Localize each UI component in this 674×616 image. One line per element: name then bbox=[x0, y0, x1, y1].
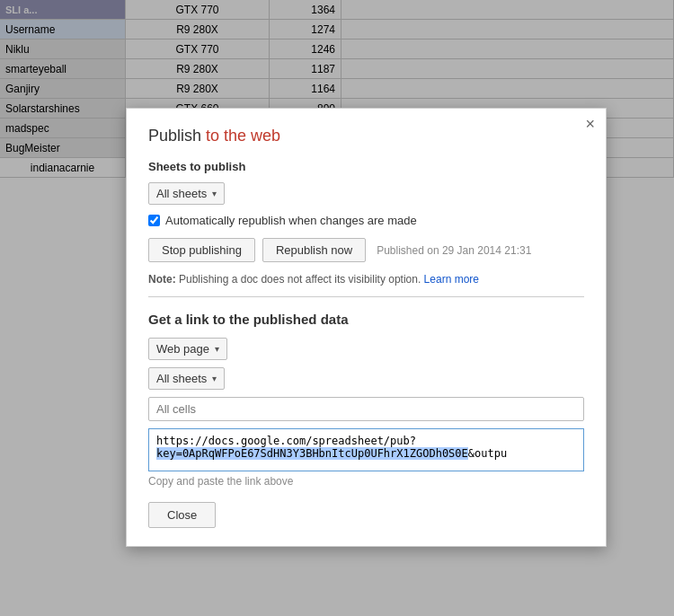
modal-title: Publish to the web bbox=[148, 127, 584, 145]
modal-title-before: Publish bbox=[148, 127, 206, 145]
learn-more-link[interactable]: Learn more bbox=[424, 273, 479, 286]
url-plain-end: &outpu bbox=[468, 447, 507, 460]
sheets-dropdown-arrow: ▾ bbox=[212, 189, 217, 198]
note-text: Note: Publishing a doc does not affect i… bbox=[148, 273, 584, 286]
note-bold: Note: bbox=[148, 273, 176, 286]
sheets-label: Sheets to publish bbox=[148, 160, 584, 173]
sheets-dropdown2[interactable]: All sheets ▾ bbox=[148, 367, 225, 390]
link-section-title: Get a link to the published data bbox=[148, 312, 584, 327]
url-highlighted: key=0ApRqWFPoE67SdHN3Y3BHbnItcUp0UFhrX1Z… bbox=[156, 447, 468, 460]
auto-republish-label: Automatically republish when changes are… bbox=[165, 214, 417, 227]
note-body: Publishing a doc does not affect its vis… bbox=[176, 273, 424, 286]
url-display-box[interactable]: https://docs.google.com/spreadsheet/pub?… bbox=[148, 428, 584, 471]
modal-close-button[interactable]: × bbox=[585, 116, 595, 132]
sheets-dropdown2-row: All sheets ▾ bbox=[148, 367, 584, 390]
publish-modal: × Publish to the web Sheets to publish A… bbox=[126, 108, 607, 547]
auto-republish-row: Automatically republish when changes are… bbox=[148, 214, 584, 227]
published-status: Published on 29 Jan 2014 21:31 bbox=[377, 244, 531, 257]
auto-republish-checkbox[interactable] bbox=[148, 215, 160, 226]
republish-now-button[interactable]: Republish now bbox=[262, 238, 366, 262]
format-row: Web page ▾ bbox=[148, 338, 584, 360]
modal-title-highlight: to the web bbox=[206, 127, 280, 145]
url-plain-start: https://docs.google.com/spreadsheet/pub? bbox=[156, 435, 416, 447]
sheets-dropdown[interactable]: All sheets ▾ bbox=[148, 182, 225, 205]
stop-publishing-button[interactable]: Stop publishing bbox=[148, 238, 255, 262]
action-buttons-row: Stop publishing Republish now Published … bbox=[148, 238, 584, 262]
close-button[interactable]: Close bbox=[148, 502, 216, 528]
format-dropdown-arrow: ▾ bbox=[215, 344, 219, 354]
section-divider bbox=[148, 296, 584, 297]
format-dropdown[interactable]: Web page ▾ bbox=[148, 338, 227, 360]
all-cells-input[interactable] bbox=[148, 397, 584, 421]
sheets-dropdown2-arrow: ▾ bbox=[212, 374, 217, 383]
modal-footer: Close bbox=[148, 502, 584, 528]
copy-hint: Copy and paste the link above bbox=[148, 475, 584, 488]
